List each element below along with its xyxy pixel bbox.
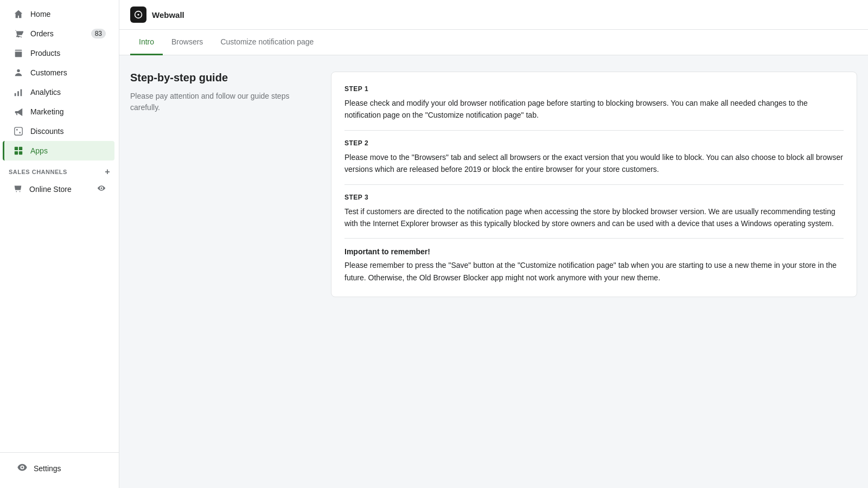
sidebar-item-settings[interactable]: Settings — [9, 457, 110, 479]
home-icon — [13, 9, 24, 20]
orders-icon — [13, 28, 24, 39]
sidebar-item-home[interactable]: Home — [4, 4, 114, 24]
svg-rect-2 — [17, 91, 19, 96]
svg-rect-1 — [15, 93, 16, 96]
products-icon — [13, 48, 24, 59]
sidebar-item-label: Products — [30, 49, 60, 57]
topbar: Webwall — [119, 0, 868, 30]
app-logo — [130, 7, 146, 23]
settings-label: Settings — [34, 464, 61, 473]
discounts-icon — [13, 126, 24, 137]
step-1-block: STEP 1 Please check and modify your old … — [344, 85, 844, 131]
sidebar-item-orders[interactable]: Orders 83 — [4, 24, 114, 43]
step-3-block: STEP 3 Test if customers are directed to… — [344, 185, 844, 239]
sidebar-item-apps[interactable]: Apps — [3, 141, 114, 160]
customers-icon — [13, 67, 24, 78]
sidebar-item-label: Apps — [30, 146, 48, 155]
online-store-icon — [13, 183, 23, 195]
step-2-block: STEP 2 Please move to the "Browsers" tab… — [344, 131, 844, 185]
sidebar-item-analytics[interactable]: Analytics — [4, 82, 114, 102]
settings-icon — [17, 463, 27, 474]
online-store-label: Online Store — [29, 185, 72, 194]
apps-icon — [13, 145, 24, 156]
step-1-label: STEP 1 — [344, 85, 844, 93]
svg-point-12 — [137, 14, 139, 15]
content-body: Step-by-step guide Please pay attention … — [119, 55, 868, 313]
orders-badge: 83 — [91, 29, 106, 38]
tab-intro[interactable]: Intro — [130, 30, 163, 55]
svg-rect-8 — [19, 147, 22, 150]
sidebar-item-label: Marketing — [30, 107, 63, 116]
svg-rect-7 — [15, 147, 18, 150]
analytics-icon — [13, 87, 24, 98]
sidebar-item-label: Home — [30, 10, 50, 18]
sidebar-item-label: Customers — [30, 68, 67, 77]
main-content: Webwall Intro Browsers Customize notific… — [119, 0, 868, 488]
app-title: Webwall — [152, 10, 184, 20]
sidebar-item-discounts[interactable]: Discounts — [4, 121, 114, 141]
sidebar-item-label: Discounts — [30, 127, 63, 136]
svg-point-4 — [16, 129, 18, 131]
left-panel: Step-by-step guide Please pay attention … — [130, 72, 315, 297]
sidebar-bottom: Settings — [0, 452, 119, 488]
sales-channels-label: SALES CHANNELS — [9, 169, 67, 175]
tab-customize[interactable]: Customize notification page — [212, 30, 322, 55]
steps-card: STEP 1 Please check and modify your old … — [331, 72, 857, 297]
right-panel: STEP 1 Please check and modify your old … — [331, 72, 857, 297]
important-block: Important to remember! Please remember t… — [344, 239, 844, 284]
step-1-text: Please check and modify your old browser… — [344, 97, 844, 121]
sidebar-item-label: Analytics — [30, 88, 61, 97]
eye-icon[interactable] — [97, 184, 106, 194]
important-label: Important to remember! — [344, 247, 844, 256]
content-area: Intro Browsers Customize notification pa… — [119, 30, 868, 488]
step-2-label: STEP 2 — [344, 139, 844, 147]
step-3-text: Test if customers are directed to the no… — [344, 206, 844, 230]
sidebar: Home Orders 83 Products Customers — [0, 0, 119, 488]
important-text: Please remember to press the "Save" butt… — [344, 259, 844, 284]
svg-rect-3 — [21, 89, 22, 97]
sales-channels-section: SALES CHANNELS + — [0, 160, 119, 179]
svg-point-0 — [17, 69, 20, 72]
sidebar-item-products[interactable]: Products — [4, 43, 114, 63]
marketing-icon — [13, 106, 24, 117]
guide-subtitle: Please pay attention and follow our guid… — [130, 91, 315, 113]
sidebar-nav: Home Orders 83 Products Customers — [0, 0, 119, 452]
svg-rect-10 — [19, 151, 22, 155]
svg-point-5 — [19, 132, 21, 133]
step-3-label: STEP 3 — [344, 194, 844, 201]
sidebar-item-online-store[interactable]: Online Store — [4, 179, 114, 199]
svg-rect-6 — [15, 127, 22, 135]
tab-browsers[interactable]: Browsers — [163, 30, 212, 55]
add-sales-channel-icon[interactable]: + — [105, 167, 110, 177]
svg-rect-9 — [15, 151, 18, 155]
step-2-text: Please move to the "Browsers" tab and se… — [344, 151, 844, 176]
sidebar-item-customers[interactable]: Customers — [4, 63, 114, 82]
sidebar-item-marketing[interactable]: Marketing — [4, 102, 114, 121]
tabs-bar: Intro Browsers Customize notification pa… — [119, 30, 868, 55]
sidebar-item-label: Orders — [30, 29, 54, 38]
guide-title: Step-by-step guide — [130, 72, 315, 84]
